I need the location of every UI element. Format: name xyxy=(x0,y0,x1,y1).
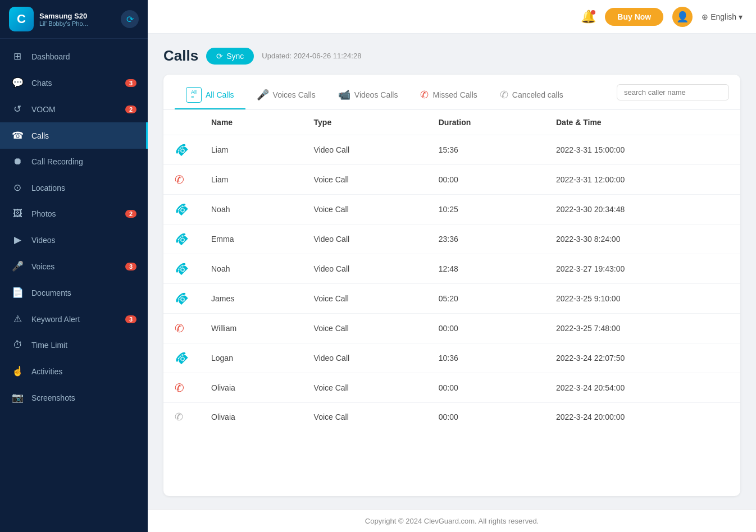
sidebar-item-chats[interactable]: 💬 Chats 3 xyxy=(0,70,148,96)
sidebar-label-voices: Voices xyxy=(31,262,117,271)
tab-missed[interactable]: ✆Missed Calls xyxy=(409,83,488,108)
notification-dot xyxy=(591,10,595,15)
chats-icon: 💬 xyxy=(11,77,24,89)
call-datetime: 2022-3-30 20:34:48 xyxy=(545,195,740,224)
sidebar-label-calls: Calls xyxy=(31,131,135,140)
col-header-4: Date & Time xyxy=(545,110,740,135)
table-row: ☎ Logan Video Call 10:36 2022-3-24 22:07… xyxy=(163,343,740,373)
call-name: Noah xyxy=(200,254,303,284)
videos-icon: 📹 xyxy=(338,89,350,101)
col-header-2: Type xyxy=(303,110,427,135)
call-duration: 15:36 xyxy=(427,135,545,165)
tab-label-canceled: Canceled calls xyxy=(512,90,563,99)
call-type: Video Call xyxy=(303,254,427,284)
tab-label-all: All Calls xyxy=(206,90,234,99)
call-name: Olivaia xyxy=(200,403,303,432)
time-limit-icon: ⏱ xyxy=(11,340,24,351)
badge-voices: 3 xyxy=(125,263,136,270)
call-datetime: 2022-3-31 12:00:00 xyxy=(545,165,740,195)
sidebar-item-keyword-alert[interactable]: ⚠ Keyword Alert 3 xyxy=(0,306,148,332)
missed-call-icon: ✆ xyxy=(175,173,184,186)
app-icon: C xyxy=(9,7,34,31)
sidebar-item-screenshots[interactable]: 📷 Screenshots xyxy=(0,384,148,411)
locations-icon: ⊙ xyxy=(11,182,24,194)
sidebar-label-chats: Chats xyxy=(31,79,117,88)
device-sub: Lil' Bobby's Pho... xyxy=(39,20,115,27)
call-icon-cell: ✆ xyxy=(163,373,200,403)
sidebar-item-documents[interactable]: 📄 Documents xyxy=(0,279,148,306)
call-datetime: 2022-3-31 15:00:00 xyxy=(545,135,740,165)
calls-tabs: All≡All Calls🎤Voices Calls📹Videos Calls✆… xyxy=(163,75,740,110)
call-duration: 00:00 xyxy=(427,403,545,432)
sidebar-label-voom: VOOM xyxy=(31,105,117,114)
call-datetime: 2022-3-24 22:07:50 xyxy=(545,343,740,373)
call-type: Voice Call xyxy=(303,373,427,403)
sidebar-label-time-limit: Time Limit xyxy=(31,341,136,350)
missed-call-icon: ✆ xyxy=(175,381,184,395)
language-selector[interactable]: ⊕ English ▾ xyxy=(702,12,743,21)
table-row: ☎ James Voice Call 05:20 2022-3-25 9:10:… xyxy=(163,284,740,314)
tab-videos[interactable]: 📹Videos Calls xyxy=(327,83,409,108)
sidebar-item-dashboard[interactable]: ⊞ Dashboard xyxy=(0,43,148,70)
call-icon-cell: ☎ xyxy=(163,254,200,284)
badge-chats: 3 xyxy=(125,79,136,87)
globe-icon: ⊕ xyxy=(702,12,708,21)
tab-voices[interactable]: 🎤Voices Calls xyxy=(245,83,327,108)
sync-button[interactable]: ⟳ Sync xyxy=(206,48,254,65)
tab-label-voices: Voices Calls xyxy=(273,90,316,99)
badge-photos: 2 xyxy=(125,210,136,218)
badge-keyword-alert: 3 xyxy=(125,315,136,323)
tab-all[interactable]: All≡All Calls xyxy=(175,81,245,109)
sidebar-item-voom[interactable]: ↺ VOOM 2 xyxy=(0,96,148,122)
sidebar-item-activities[interactable]: ☝ Activities xyxy=(0,358,148,384)
tab-canceled[interactable]: ✆Canceled calls xyxy=(489,83,575,108)
call-duration: 00:00 xyxy=(427,314,545,343)
sidebar-item-locations[interactable]: ⊙ Locations xyxy=(0,175,148,201)
sidebar-label-call-recording: Call Recording xyxy=(31,157,136,166)
table-row: ☎ Noah Video Call 12:48 2022-3-27 19:43:… xyxy=(163,254,740,284)
call-datetime: 2022-3-27 19:43:00 xyxy=(545,254,740,284)
photos-icon: 🖼 xyxy=(11,208,24,219)
canceled-call-icon: ✆ xyxy=(175,411,183,423)
call-type: Voice Call xyxy=(303,403,427,432)
bell-icon[interactable]: 🔔 xyxy=(581,10,596,24)
sidebar-label-documents: Documents xyxy=(31,288,136,297)
sidebar-label-dashboard: Dashboard xyxy=(31,52,136,61)
all-icon: All≡ xyxy=(186,87,202,103)
sidebar-item-photos[interactable]: 🖼 Photos 2 xyxy=(0,201,148,227)
call-duration: 00:00 xyxy=(427,373,545,403)
call-recording-icon: ⏺ xyxy=(11,156,24,167)
buy-now-button[interactable]: Buy Now xyxy=(605,8,663,26)
sidebar-label-photos: Photos xyxy=(31,209,117,218)
call-icon-cell: ✆ xyxy=(163,314,200,343)
call-duration: 12:48 xyxy=(427,254,545,284)
sync-icon: ⟳ xyxy=(216,52,223,61)
table-row: ✆ Olivaia Voice Call 00:00 2022-3-24 20:… xyxy=(163,373,740,403)
sidebar-sync-button[interactable]: ⟳ xyxy=(121,10,139,28)
tab-label-missed: Missed Calls xyxy=(432,90,477,99)
sidebar: C Samsung S20 Lil' Bobby's Pho... ⟳ ⊞ Da… xyxy=(0,0,148,532)
sidebar-item-time-limit[interactable]: ⏱ Time Limit xyxy=(0,332,148,358)
calls-table: NameTypeDurationDate & Time ☎ Liam Video… xyxy=(163,110,740,496)
keyword-alert-icon: ⚠ xyxy=(11,313,24,325)
call-type: Voice Call xyxy=(303,165,427,195)
user-avatar[interactable]: 👤 xyxy=(672,7,693,27)
videos-icon: ▶ xyxy=(11,234,24,246)
sidebar-item-voices[interactable]: 🎤 Voices 3 xyxy=(0,253,148,279)
table-row: ✆ Olivaia Voice Call 00:00 2022-3-24 20:… xyxy=(163,403,740,432)
tab-label-videos: Videos Calls xyxy=(354,90,398,99)
search-caller-input[interactable] xyxy=(617,84,729,100)
sidebar-item-call-recording[interactable]: ⏺ Call Recording xyxy=(0,149,148,175)
missed-call-icon: ✆ xyxy=(175,322,184,335)
call-icon-cell: ☎ xyxy=(163,284,200,314)
call-icon-cell: ✆ xyxy=(163,403,200,432)
sidebar-item-calls[interactable]: ☎ Calls xyxy=(0,122,148,149)
call-datetime: 2022-3-25 7:48:00 xyxy=(545,314,740,343)
call-type: Voice Call xyxy=(303,314,427,343)
language-label: English ▾ xyxy=(711,12,743,21)
call-type: Video Call xyxy=(303,343,427,373)
sidebar-header: C Samsung S20 Lil' Bobby's Pho... ⟳ xyxy=(0,0,148,39)
col-header-1: Name xyxy=(200,110,303,135)
sidebar-item-videos[interactable]: ▶ Videos xyxy=(0,227,148,253)
table-row: ☎ Noah Voice Call 10:25 2022-3-30 20:34:… xyxy=(163,195,740,224)
